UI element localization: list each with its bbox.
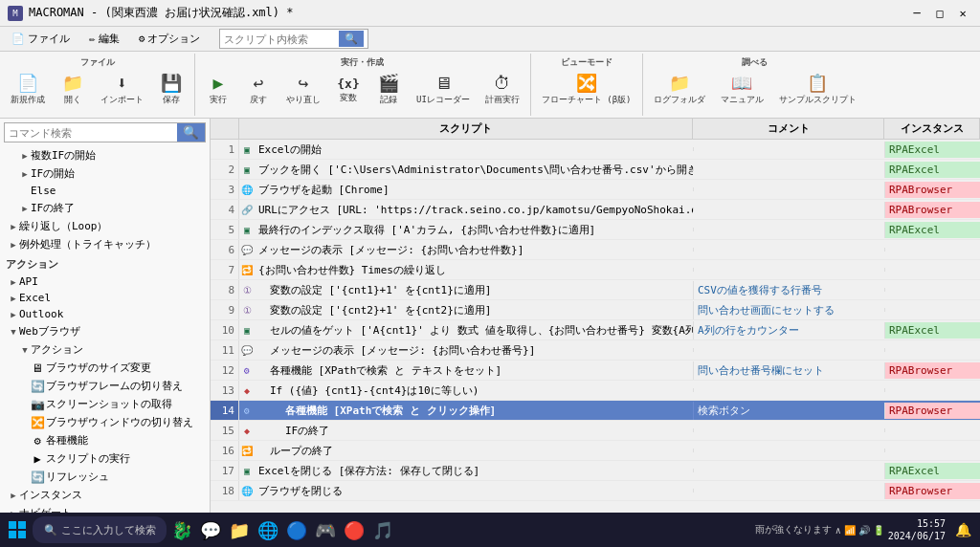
taskbar-app-3[interactable]: 📁	[226, 516, 253, 543]
tree-item-browser-size[interactable]: 🖥 ブラウザのサイズ変更	[0, 359, 210, 377]
run-button[interactable]: ▶ 実行	[199, 72, 237, 109]
script-search-input[interactable]	[224, 33, 339, 45]
tree-item-webbrowser[interactable]: ▼ Webブラウザ	[0, 322, 210, 340]
tree-item-excel[interactable]: ▶ Excel	[0, 290, 210, 306]
tree-item-if-end[interactable]: ▶ IFの終了	[0, 199, 210, 217]
taskbar-app-5[interactable]: 🔵	[283, 516, 310, 543]
ui-recorder-button[interactable]: 🖥 UIレコーダー	[410, 72, 477, 109]
titlebar-controls[interactable]: ─ □ ✕	[907, 4, 972, 23]
row-num-9: 9	[211, 300, 239, 319]
table-row[interactable]: 9 ① 変数の設定 ['{cnt2}+1' を{cnt2}に適用] 問い合わせ画…	[211, 300, 980, 320]
notification-button[interactable]: 🔔	[949, 516, 976, 543]
start-button[interactable]	[4, 516, 31, 543]
tree-item-browser-frame[interactable]: 🔄 ブラウザフレームの切り替え	[0, 377, 210, 395]
taskbar-search[interactable]: 🔍 ここに入力して検索	[33, 516, 167, 543]
table-row[interactable]: 17 ▣ Excelを閉じる [保存方法: 保存して閉じる] RPAExcel	[211, 461, 980, 481]
taskbar-app-2[interactable]: 💬	[197, 516, 224, 543]
tree-item-outlook[interactable]: ▶ Outlook	[0, 306, 210, 322]
tree-item-else[interactable]: Else	[0, 183, 210, 199]
tree-item-multiple-if[interactable]: ▶ 複数IFの開始	[0, 146, 210, 164]
weather-text: 雨が強くなります	[755, 523, 832, 536]
command-search-button[interactable]: 🔍	[177, 123, 205, 142]
save-button[interactable]: 💾 保存	[152, 72, 190, 109]
run-icon: ▶	[213, 75, 224, 92]
table-row[interactable]: 6 💬 メッセージの表示 [メッセージ: {お問い合わせ件数}]	[211, 240, 980, 260]
open-button[interactable]: 📁 開く	[54, 72, 92, 109]
toolbar-view-label: ビューモード	[535, 55, 638, 70]
row-content-4: URLにアクセス [URL: 'https://track.seino.co.j…	[255, 201, 693, 219]
taskbar-app-8[interactable]: 🎵	[369, 516, 396, 543]
menu-options[interactable]: ⚙️ オプション	[131, 30, 209, 48]
scheduled-run-button[interactable]: ⏱ 計画実行	[479, 72, 526, 109]
tree-item-loop[interactable]: ▶ 繰り返し（Loop）	[0, 217, 210, 235]
table-row[interactable]: 4 🔗 URLにアクセス [URL: 'https://track.seino.…	[211, 200, 980, 220]
table-row[interactable]: 12 ⚙ 各種機能 [XPathで検索 と テキストをセット] 問い合わせ番号欄…	[211, 361, 980, 381]
chevron-icon[interactable]: ∧	[835, 525, 841, 536]
minimize-button[interactable]: ─	[907, 4, 926, 23]
tree-item-screenshot[interactable]: 📷 スクリーンショットの取得	[0, 395, 210, 413]
taskbar-app-4[interactable]: 🌐	[255, 516, 281, 543]
log-folder-button[interactable]: 📁 ログフォルダ	[647, 72, 712, 109]
tree-item-instance[interactable]: ▶ インスタンス	[0, 486, 210, 504]
table-row[interactable]: 2 ▣ ブックを開く ['C:\Users\Administrator\Docu…	[211, 160, 980, 180]
taskbar-app-1[interactable]: 🐉	[168, 516, 195, 543]
network-icon[interactable]: 📶	[844, 525, 856, 536]
script-search-box[interactable]: 🔍	[219, 29, 368, 49]
search-icon: 🔍	[44, 524, 57, 536]
table-row[interactable]: 11 💬 メッセージの表示 [メッセージ: {お問い合わせ番号}]	[211, 340, 980, 361]
record-button[interactable]: 🎬 記録	[369, 72, 408, 109]
command-search-input[interactable]	[5, 125, 177, 141]
row-comment-15	[693, 428, 884, 432]
table-row[interactable]: 10 ▣ セルの値をゲット ['A{cnt1}' より 数式 値を取得し、{お問…	[211, 320, 980, 340]
table-row[interactable]: 13 ◆ If ({値} {cnt1}-{cnt4}は10に等しい)	[211, 381, 980, 401]
taskbar-time[interactable]: 15:57 2024/06/17	[888, 517, 946, 542]
table-row[interactable]: 16 🔁 ループの終了	[211, 441, 980, 461]
table-row[interactable]: 8 ① 変数の設定 ['{cnt1}+1' を{cnt1}に適用] CSVの値を…	[211, 280, 980, 300]
row-comment-12: 問い合わせ番号欄にセット	[693, 361, 884, 380]
menu-file[interactable]: 📄 ファイル	[4, 30, 78, 48]
taskbar-app-6[interactable]: 🎮	[312, 516, 339, 543]
script-table-header: スクリプト コメント インスタンス	[211, 119, 980, 140]
var-button[interactable]: {x} 変数	[329, 75, 368, 107]
toggle-api: ▶	[8, 277, 19, 287]
redo-button[interactable]: ↪ やり直し	[279, 72, 327, 109]
tree-item-browser-window[interactable]: 🔀 ブラウザウィンドウの切り替え	[0, 413, 210, 431]
undo-button[interactable]: ↩ 戻す	[239, 72, 278, 109]
tree-item-api[interactable]: ▶ API	[0, 274, 210, 290]
tree-item-if-start[interactable]: ▶ IFの開始	[0, 164, 210, 183]
tree-item-various-features[interactable]: ⚙ 各種機能	[0, 431, 210, 449]
manual-button[interactable]: 📖 マニュアル	[714, 72, 770, 109]
table-row[interactable]: 15 ◆ IFの終了	[211, 421, 980, 441]
table-row[interactable]: 7 🔁 {お問い合わせ件数} Timesの繰り返し	[211, 260, 980, 280]
row-num-7: 7	[211, 260, 239, 279]
import-button[interactable]: ⬇️ インポート	[94, 72, 150, 109]
tree-item-try-catch[interactable]: ▶ 例外処理（トライキャッチ）	[0, 235, 210, 253]
close-button[interactable]: ✕	[953, 4, 972, 23]
tree-item-run-script[interactable]: ▶ スクリプトの実行	[0, 449, 210, 468]
row-instance-13	[884, 388, 980, 392]
row-comment-11	[693, 348, 884, 352]
sample-script-icon: 📋	[807, 75, 828, 92]
table-row[interactable]: 14 ⚙ 各種機能 [XPathで検索 と クリック操作] 検索ボタン RPAB…	[211, 401, 980, 421]
row-num-2: 2	[211, 160, 239, 179]
row-indicator-12: ⚙	[239, 365, 255, 376]
row-num-12: 12	[211, 361, 239, 380]
maximize-button[interactable]: □	[930, 4, 949, 23]
new-button[interactable]: 📄 新規作成	[4, 72, 52, 109]
svg-rect-2	[9, 531, 16, 538]
sample-script-button[interactable]: 📋 サンプルスクリプト	[772, 72, 863, 109]
command-search-container[interactable]: 🔍	[4, 122, 206, 142]
menu-edit[interactable]: ✏️ 編集	[81, 30, 127, 48]
script-search-button[interactable]: 🔍	[339, 31, 364, 47]
battery-icon[interactable]: 🔋	[873, 525, 884, 536]
tree-item-actions[interactable]: ▼ アクション	[0, 340, 210, 359]
flowchart-button[interactable]: 🔀 フローチャート (β版)	[535, 72, 638, 109]
tree-item-refresh[interactable]: 🔄 リフレッシュ	[0, 468, 210, 486]
table-row[interactable]: 3 🌐 ブラウザを起動 [Chrome] RPABrowser	[211, 180, 980, 200]
table-row[interactable]: 1 ▣ Excelの開始 RPAExcel	[211, 140, 980, 160]
row-indicator-1: ▣	[239, 144, 255, 155]
taskbar-app-7[interactable]: 🔴	[341, 516, 368, 543]
sound-icon[interactable]: 🔊	[858, 525, 870, 536]
table-row[interactable]: 18 🌐 ブラウザを閉じる RPABrowser	[211, 481, 980, 501]
table-row[interactable]: 5 ▣ 最終行のインデックス取得 ['A'カラム, {お問い合わせ件数}に適用]…	[211, 220, 980, 240]
